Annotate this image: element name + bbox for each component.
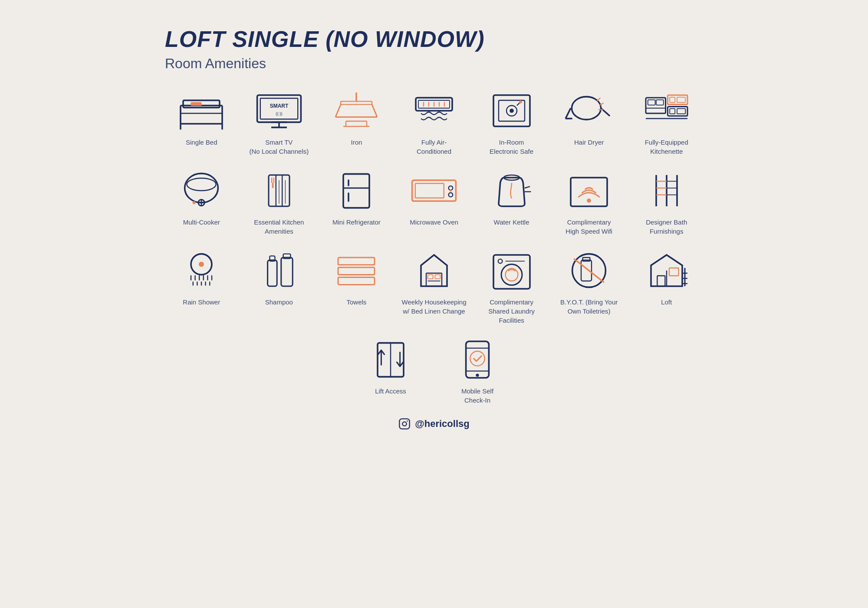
svg-point-56 <box>193 201 196 204</box>
amenity-air-conditioned: Fully Air-Conditioned <box>398 89 471 156</box>
svg-rect-14 <box>341 101 372 104</box>
page-title: LOFT SINGLE (NO WINDOW) <box>165 26 703 52</box>
kitchenette-label: Fully-EquippedKitchenette <box>645 138 688 156</box>
svg-rect-51 <box>677 109 685 114</box>
smart-tv-icon: SMART ((·)) <box>253 89 305 132</box>
svg-rect-109 <box>338 278 375 285</box>
svg-line-77 <box>525 186 530 188</box>
bath-furnishings-label: Designer BathFurnishings <box>646 218 687 236</box>
amenity-mini-fridge: Mini Refrigerator <box>320 169 393 236</box>
svg-point-117 <box>498 259 502 264</box>
svg-line-16 <box>372 105 377 117</box>
amenity-towels: Towels <box>320 249 393 325</box>
shampoo-icon <box>253 249 305 292</box>
svg-line-15 <box>335 105 341 117</box>
svg-line-37 <box>566 108 571 119</box>
svg-rect-107 <box>338 258 375 265</box>
electronic-safe-icon <box>486 89 538 132</box>
amenity-loft: Loft <box>630 249 703 325</box>
svg-rect-43 <box>648 100 655 105</box>
svg-point-102 <box>199 262 204 267</box>
mini-fridge-label: Mini Refrigerator <box>332 218 381 227</box>
mobile-checkin-label: Mobile SelfCheck-In <box>461 387 493 405</box>
amenity-multi-cooker: Multi-Cooker <box>165 169 238 236</box>
byot-label: B.Y.O.T. (Bring YourOwn Toiletries) <box>560 297 618 316</box>
svg-point-34 <box>519 100 522 103</box>
svg-point-115 <box>501 264 522 285</box>
svg-rect-126 <box>657 276 665 286</box>
bottom-amenities: Lift Access Mobile SelfCheck-In <box>165 338 703 405</box>
svg-line-123 <box>651 255 667 265</box>
svg-point-80 <box>587 198 591 203</box>
svg-rect-72 <box>415 183 444 198</box>
wifi-label: ComplimentaryHigh Speed Wifi <box>566 218 612 236</box>
loft-label: Loft <box>661 297 672 307</box>
svg-rect-46 <box>667 95 687 105</box>
electronic-safe-label: In-RoomElectronic Safe <box>490 138 533 156</box>
amenity-housekeeping: Weekly Housekeepingw/ Bed Linen Change <box>398 249 471 325</box>
lift-access-label: Lift Access <box>375 387 406 396</box>
svg-rect-47 <box>670 97 675 102</box>
water-kettle-icon <box>486 169 538 212</box>
svg-rect-50 <box>670 109 675 114</box>
towels-icon <box>330 249 382 292</box>
kitchen-amenities-icon <box>253 169 305 212</box>
kitchenette-icon <box>641 89 693 132</box>
amenity-kitchen-amenities: Essential KitchenAmenities <box>243 169 316 236</box>
svg-rect-2 <box>191 102 201 106</box>
wifi-icon <box>563 169 615 212</box>
amenity-single-bed: Single Bed <box>165 89 238 156</box>
hair-dryer-label: Hair Dryer <box>574 138 604 147</box>
amenity-kitchenette: Fully-EquippedKitchenette <box>630 89 703 156</box>
laundry-label: ComplimentaryShared LaundryFacilities <box>488 297 535 325</box>
svg-rect-112 <box>435 275 440 279</box>
svg-point-75 <box>450 190 452 192</box>
amenity-iron: Iron <box>320 89 393 156</box>
microwave-icon <box>408 169 460 212</box>
amenity-microwave: Microwave Oven <box>398 169 471 236</box>
loft-icon <box>641 249 693 292</box>
lift-access-icon <box>365 338 417 381</box>
laundry-icon <box>486 249 538 292</box>
amenity-hair-dryer: Hair Dryer <box>552 89 626 156</box>
svg-rect-44 <box>656 100 664 105</box>
kitchen-amenities-label: Essential KitchenAmenities <box>254 218 304 236</box>
air-conditioned-label: Fully Air-Conditioned <box>417 138 451 156</box>
single-bed-label: Single Bed <box>186 138 217 147</box>
footer: @hericollsg <box>165 418 703 430</box>
amenities-grid: Single Bed SMART ((·)) Smart TV(No Local… <box>165 89 703 325</box>
svg-point-54 <box>187 178 216 191</box>
mini-fridge-icon <box>330 169 382 212</box>
svg-rect-127 <box>669 268 679 276</box>
svg-rect-108 <box>338 268 375 275</box>
iron-label: Iron <box>351 138 362 147</box>
rain-shower-icon <box>175 249 227 292</box>
single-bed-icon <box>175 89 227 132</box>
instagram-icon <box>398 418 411 430</box>
air-conditioned-icon <box>408 89 460 132</box>
svg-point-140 <box>470 351 485 366</box>
svg-rect-111 <box>428 275 433 279</box>
svg-point-139 <box>476 373 479 377</box>
svg-line-122 <box>575 259 604 282</box>
amenity-laundry: ComplimentaryShared LaundryFacilities <box>475 249 548 325</box>
bath-furnishings-icon <box>641 169 693 212</box>
smart-tv-label: Smart TV(No Local Channels) <box>249 138 309 156</box>
svg-point-116 <box>505 268 518 281</box>
shampoo-label: Shampoo <box>265 297 293 307</box>
svg-rect-105 <box>281 258 293 286</box>
hair-dryer-icon <box>563 89 615 132</box>
amenity-rain-shower: Rain Shower <box>165 249 238 325</box>
amenity-smart-tv: SMART ((·)) Smart TV(No Local Channels) <box>243 89 316 156</box>
amenity-wifi: ComplimentaryHigh Speed Wifi <box>552 169 626 236</box>
microwave-label: Microwave Oven <box>410 218 458 227</box>
amenity-bath-furnishings: Designer BathFurnishings <box>630 169 703 236</box>
svg-rect-141 <box>400 419 410 429</box>
svg-point-142 <box>403 422 407 426</box>
byot-icon <box>563 249 615 292</box>
svg-point-143 <box>407 420 408 422</box>
svg-line-124 <box>667 255 682 265</box>
svg-point-32 <box>510 109 514 113</box>
amenity-electronic-safe: In-RoomElectronic Safe <box>475 89 548 156</box>
svg-rect-49 <box>667 106 687 116</box>
